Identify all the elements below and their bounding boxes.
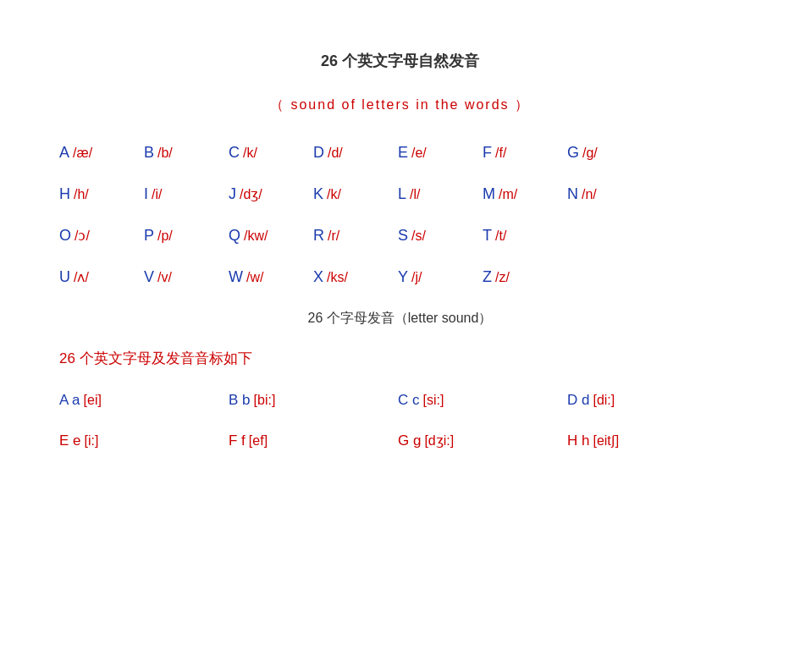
phonetic-symbol: /s/	[411, 229, 426, 244]
letter-char: Q	[229, 227, 240, 245]
letter-char: H	[59, 185, 70, 203]
ls-phonetic: [eitʃ]	[593, 432, 619, 449]
letter-sound-item: A a [ei]	[59, 392, 229, 409]
letter-item: B /b/	[144, 144, 229, 162]
letter-item: J /dʒ/	[229, 185, 313, 203]
phonetic-symbol: /l/	[410, 187, 420, 202]
letter-char: S	[398, 227, 408, 245]
phonetic-symbol: /e/	[411, 146, 427, 161]
phonetic-symbol: /b/	[157, 146, 173, 161]
letter-char: J	[229, 185, 236, 203]
letter-item: X /ks/	[313, 268, 398, 286]
letter-item: V /v/	[144, 268, 229, 286]
letter-item: N /n/	[567, 185, 652, 203]
phonetic-symbol: /ks/	[327, 270, 348, 285]
phonetic-symbol: /n/	[582, 187, 597, 202]
letter-char: K	[313, 185, 323, 203]
letter-sound-item: B b [bi:]	[229, 392, 398, 409]
letter-char: U	[59, 268, 70, 286]
ls-letters: B b	[229, 392, 251, 409]
ls-letters: H h	[567, 432, 589, 449]
letter-char: C	[229, 144, 240, 162]
phonetic-symbol: /p/	[157, 229, 173, 244]
letter-char: D	[313, 144, 324, 162]
letter-item: Q /kw/	[229, 227, 313, 245]
phonetic-symbol: /k/	[327, 187, 341, 202]
letter-char: T	[483, 227, 492, 245]
section-title: 26 个英文字母及发音音标如下	[51, 349, 749, 368]
phonetic-symbol: /g/	[582, 146, 598, 161]
letter-item: Y /j/	[398, 268, 483, 286]
letter-item: I /i/	[144, 185, 229, 203]
letter-char: B	[144, 144, 154, 162]
ls-phonetic: [ei]	[84, 393, 102, 408]
subtitle: （ sound of letters in the words ）	[51, 96, 749, 114]
phonetic-symbol: /h/	[74, 187, 89, 202]
phonetic-symbol: /k/	[243, 146, 257, 161]
ls-letters: C c	[398, 392, 420, 409]
letter-item: L /l/	[398, 185, 483, 203]
letter-item: O /ɔ/	[59, 227, 144, 245]
letter-char: X	[313, 268, 323, 286]
phonetic-symbol: /ʌ/	[74, 269, 89, 285]
phonetic-symbol: /kw/	[244, 229, 268, 244]
sound-rows-container: A a [ei]B b [bi:]C c [si:]D d [di:]E e […	[51, 392, 749, 449]
letter-item: C /k/	[229, 144, 313, 162]
letter-item: W /w/	[229, 268, 313, 286]
letter-char: V	[144, 268, 154, 286]
letter-char: A	[59, 144, 69, 162]
letter-sound-row: A a [ei]B b [bi:]C c [si:]D d [di:]	[51, 392, 749, 409]
letter-item: P /p/	[144, 227, 229, 245]
phonetic-symbol: /d/	[328, 146, 343, 161]
main-title: 26 个英文字母自然发音	[51, 51, 749, 71]
ls-letters: A a	[59, 392, 80, 409]
phonetic-symbol: /w/	[246, 270, 263, 285]
ls-phonetic: [si:]	[423, 393, 444, 408]
letter-char: Y	[398, 268, 408, 286]
ls-letters: F f	[229, 432, 246, 449]
ls-phonetic: [bi:]	[254, 393, 276, 408]
letter-item: R /r/	[313, 227, 398, 245]
letter-char: W	[229, 268, 243, 286]
ls-letters: E e	[59, 432, 81, 449]
letter-item: A /æ/	[59, 144, 144, 162]
ls-phonetic: [ef]	[249, 433, 268, 449]
letter-sound-item: C c [si:]	[398, 392, 567, 409]
letter-char: L	[398, 185, 406, 203]
letter-sound-item: H h [eitʃ]	[567, 432, 737, 449]
letter-char: G	[567, 144, 579, 162]
letter-char: M	[483, 185, 495, 203]
phonetic-symbol: /f/	[495, 146, 506, 161]
letter-char: P	[144, 227, 154, 245]
ls-letters: D d	[567, 392, 589, 409]
section-divider: 26 个字母发音（letter sound）	[51, 310, 749, 328]
letter-row: O /ɔ/P /p/Q /kw/R /r/S /s/T /t/	[51, 227, 749, 245]
phonetic-symbol: /t/	[495, 229, 506, 244]
letter-item: G /g/	[567, 144, 652, 162]
letter-char: Z	[483, 268, 492, 286]
phonetic-symbol: /m/	[499, 187, 517, 202]
letter-row: H /h/I /i/J /dʒ/K /k/L /l/M /m/N /n/	[51, 185, 749, 203]
letter-sound-row: E e [i:]F f [ef]G g [dʒi:]H h [eitʃ]	[51, 432, 749, 449]
ls-phonetic: [di:]	[593, 393, 615, 408]
phonetic-symbol: /ɔ/	[74, 228, 90, 244]
letter-char: N	[567, 185, 578, 203]
phonetic-symbol: /z/	[495, 270, 510, 285]
phonetic-symbol: /r/	[328, 229, 339, 244]
letter-char: I	[144, 185, 148, 203]
letter-item: S /s/	[398, 227, 483, 245]
letter-item: F /f/	[483, 144, 567, 162]
ls-phonetic: [dʒi:]	[424, 432, 454, 449]
letter-item: U /ʌ/	[59, 268, 144, 286]
letter-sound-item: F f [ef]	[229, 432, 398, 449]
letter-char: O	[59, 227, 71, 245]
letter-item: H /h/	[59, 185, 144, 203]
phonetic-symbol: /j/	[411, 270, 422, 285]
ls-phonetic: [i:]	[85, 433, 99, 449]
phonetic-symbol: /æ/	[73, 146, 92, 161]
letter-row: U /ʌ/V /v/W /w/X /ks/Y /j/Z /z/	[51, 268, 749, 286]
ls-letters: G g	[398, 432, 421, 449]
letter-char: E	[398, 144, 408, 162]
letter-item: Z /z/	[483, 268, 567, 286]
letter-sound-item: G g [dʒi:]	[398, 432, 567, 449]
